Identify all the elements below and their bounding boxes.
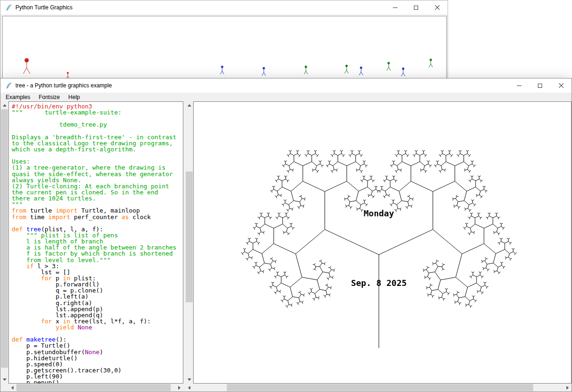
code-line: which use a depth-first-algorithm. xyxy=(12,146,183,152)
minimize-icon xyxy=(393,7,398,8)
scrollbar-thumb[interactable] xyxy=(16,384,171,391)
arrow-left-icon xyxy=(188,386,190,390)
arrow-down-icon xyxy=(188,378,191,381)
front-close-button[interactable] xyxy=(550,78,572,93)
scrollbar-thumb[interactable] xyxy=(1,109,8,368)
maximize-icon xyxy=(538,84,542,88)
menu-fontsize[interactable]: Fontsize xyxy=(35,93,64,101)
canvas-horizontal-scrollbar[interactable] xyxy=(185,384,572,392)
arrow-up-icon xyxy=(188,104,191,107)
minimize-icon xyxy=(517,86,521,86)
front-minimize-button[interactable] xyxy=(508,78,529,93)
tk-feather-icon xyxy=(5,4,13,11)
tk-feather-icon xyxy=(5,82,13,89)
turtle-canvas[interactable] xyxy=(194,102,571,383)
front-titlebar[interactable]: tree - a Python turtle graphics example xyxy=(0,78,572,93)
back-titlebar[interactable]: Python Turtle Graphics xyxy=(0,0,448,14)
scroll-down-button[interactable] xyxy=(0,376,8,384)
scroll-up-button[interactable] xyxy=(0,101,8,109)
close-icon xyxy=(559,83,564,88)
code-pane[interactable]: #!/usr/bin/env python3""" turtle-example… xyxy=(8,101,183,384)
back-close-button[interactable] xyxy=(427,0,448,14)
code-text: #!/usr/bin/env python3""" turtle-example… xyxy=(9,102,183,384)
content-area: #!/usr/bin/env python3""" turtle-example… xyxy=(0,101,572,392)
close-icon xyxy=(435,5,440,10)
arrow-right-icon xyxy=(566,386,569,390)
code-line: tdemo_tree.py xyxy=(12,121,183,128)
front-window-title: tree - a Python turtle graphics example xyxy=(15,82,112,89)
menubar: Examples Fontsize Help xyxy=(0,93,572,101)
back-minimize-button[interactable] xyxy=(384,0,405,14)
scrollbar-thumb[interactable] xyxy=(186,171,193,302)
scroll-left-button[interactable] xyxy=(8,384,16,392)
scrollbar-thumb[interactable] xyxy=(227,384,533,391)
menu-help[interactable]: Help xyxy=(64,93,84,101)
maximize-icon xyxy=(414,6,418,10)
code-line: p.penup() xyxy=(12,379,183,384)
arrow-up-icon xyxy=(3,104,7,107)
code-line: there are 1024 turtles. xyxy=(12,195,183,201)
code-line xyxy=(12,152,183,158)
code-line: yield None xyxy=(12,324,183,330)
arrow-right-icon xyxy=(178,386,181,390)
tree-example-window: tree - a Python turtle graphics example … xyxy=(0,78,572,392)
scroll-up-button[interactable] xyxy=(185,101,193,109)
arrow-down-icon xyxy=(3,378,7,381)
code-line: """ turtle-example-suite: xyxy=(12,109,183,115)
scroll-left-button[interactable] xyxy=(185,384,193,392)
arrow-left-icon xyxy=(11,386,14,390)
back-maximize-button[interactable] xyxy=(405,0,427,14)
canvas-pane[interactable] xyxy=(193,101,572,384)
scrollbar-corner xyxy=(0,384,8,392)
scroll-right-button[interactable] xyxy=(564,384,572,392)
menu-examples[interactable]: Examples xyxy=(1,93,35,101)
scroll-down-button[interactable] xyxy=(185,376,193,384)
canvas-vertical-scrollbar[interactable] xyxy=(185,101,193,384)
code-horizontal-scrollbar[interactable] xyxy=(8,384,183,392)
front-maximize-button[interactable] xyxy=(529,78,550,93)
code-line: from time import perf_counter as clock xyxy=(12,214,183,220)
code-vertical-scrollbar[interactable] xyxy=(0,101,8,384)
scroll-right-button[interactable] xyxy=(175,384,183,392)
back-window-title: Python Turtle Graphics xyxy=(15,4,72,11)
